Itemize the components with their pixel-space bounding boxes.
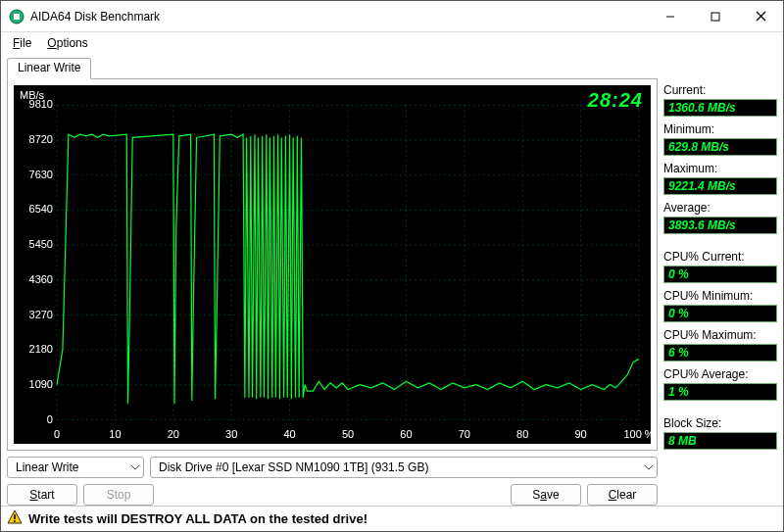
stat-block: 8 MB (663, 432, 777, 450)
save-button[interactable]: Save (511, 484, 581, 506)
menu-file[interactable]: File (7, 34, 37, 52)
svg-text:7630: 7630 (29, 169, 53, 180)
chart-frame: 9810872076306540545043603270218010900 01… (7, 78, 658, 451)
svg-text:3270: 3270 (29, 308, 53, 319)
svg-text:100 %: 100 % (623, 428, 651, 440)
svg-text:70: 70 (459, 428, 470, 440)
minimize-button[interactable] (648, 1, 693, 31)
main-panel: Linear Write 981087207630654054504360327… (7, 58, 658, 506)
menubar: File Options (1, 32, 783, 54)
stat-cpumax: 6 % (663, 344, 777, 362)
stat-cpumin: 0 % (663, 305, 777, 322)
clear-button[interactable]: Clear (587, 484, 658, 506)
mode-select[interactable]: Linear Write (7, 457, 144, 478)
maximize-button[interactable] (693, 1, 738, 31)
stat-cpuavg: 1 % (663, 383, 777, 401)
stat-cpumin-label: CPU% Minimum: (663, 289, 777, 303)
svg-text:40: 40 (283, 428, 295, 440)
elapsed-timer: 28:24 (588, 89, 643, 112)
app-window: AIDA64 Disk Benchmark File Options Linea… (0, 0, 784, 532)
svg-text:2180: 2180 (29, 343, 53, 355)
stat-max: 9221.4 MB/s (663, 177, 777, 195)
controls-row: Linear Write Disk Drive #0 [Lexar SSD NM… (7, 457, 658, 478)
app-icon (9, 9, 24, 24)
svg-text:8720: 8720 (29, 133, 53, 145)
warning-bar: Write tests will DESTROY ALL DATA on the… (1, 506, 783, 531)
stat-cpuavg-label: CPU% Average: (663, 367, 777, 381)
stat-avg-label: Average: (663, 201, 777, 215)
drive-select-value: Disk Drive #0 [Lexar SSD NM1090 1TB] (93… (159, 460, 428, 474)
chart-svg: 9810872076306540545043603270218010900 01… (14, 85, 651, 444)
chevron-down-icon (131, 460, 139, 474)
svg-text:10: 10 (109, 428, 121, 440)
warning-icon (7, 509, 23, 528)
svg-rect-3 (711, 13, 719, 21)
svg-text:4360: 4360 (29, 273, 53, 285)
stat-cpucur-label: CPU% Current: (663, 250, 777, 264)
stat-avg: 3893.6 MB/s (663, 217, 777, 234)
stat-min: 629.8 MB/s (663, 138, 777, 156)
y-axis-label: MB/s (20, 89, 44, 101)
stat-current: 1360.6 MB/s (663, 99, 777, 117)
start-button[interactable]: Start (7, 484, 77, 506)
svg-text:0: 0 (54, 428, 60, 440)
stats-panel: Current: 1360.6 MB/s Minimum: 629.8 MB/s… (663, 58, 777, 506)
svg-text:6540: 6540 (29, 203, 53, 215)
svg-text:5450: 5450 (29, 238, 53, 250)
menu-options[interactable]: Options (41, 34, 93, 52)
window-buttons (648, 1, 783, 31)
tabstrip: Linear Write (7, 58, 658, 79)
warning-text: Write tests will DESTROY ALL DATA on the… (28, 511, 368, 526)
stat-min-label: Minimum: (663, 122, 777, 136)
stat-cpucur: 0 % (663, 266, 777, 283)
stat-cpumax-label: CPU% Maximum: (663, 328, 777, 342)
window-title: AIDA64 Disk Benchmark (30, 10, 648, 24)
svg-text:50: 50 (342, 428, 354, 440)
drive-select[interactable]: Disk Drive #0 [Lexar SSD NM1090 1TB] (93… (150, 457, 658, 478)
svg-text:1090: 1090 (29, 378, 53, 390)
svg-rect-1 (14, 14, 20, 20)
svg-text:30: 30 (225, 428, 237, 440)
chevron-down-icon (645, 460, 653, 474)
stat-max-label: Maximum: (663, 162, 777, 175)
benchmark-chart: 9810872076306540545043603270218010900 01… (14, 85, 651, 444)
mode-select-value: Linear Write (16, 460, 78, 474)
svg-text:80: 80 (516, 428, 528, 440)
titlebar[interactable]: AIDA64 Disk Benchmark (1, 1, 783, 32)
svg-text:60: 60 (400, 428, 412, 440)
tab-linear-write[interactable]: Linear Write (7, 58, 91, 79)
close-button[interactable] (738, 1, 783, 31)
svg-text:20: 20 (168, 428, 179, 440)
stop-button: Stop (83, 484, 154, 506)
svg-text:90: 90 (574, 428, 586, 440)
svg-point-50 (14, 520, 16, 522)
stat-current-label: Current: (663, 83, 777, 97)
stat-block-label: Block Size: (663, 416, 777, 430)
svg-text:0: 0 (47, 413, 53, 425)
button-row: Start Stop Save Clear (7, 484, 658, 506)
